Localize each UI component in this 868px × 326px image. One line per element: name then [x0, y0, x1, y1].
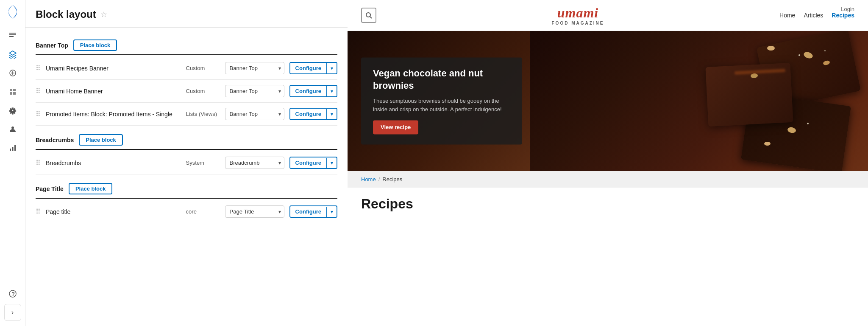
configure-label[interactable]: Configure	[290, 63, 326, 73]
preview-nav: umami FOOD MAGAZINE Home Articles Recipe…	[348, 0, 868, 31]
configure-dropdown-arrow[interactable]: ▾	[326, 207, 337, 217]
configure-label[interactable]: Configure	[290, 157, 326, 168]
breadcrumbs-header: Breadcrumbs Place block	[36, 129, 337, 149]
drag-handle-icon[interactable]: ⠿	[36, 159, 41, 167]
region-select-wrapper-2: Banner Top Breadcrumb Page Title	[225, 108, 284, 120]
banner-top-header: Banner Top Place block	[36, 34, 337, 54]
view-recipe-button[interactable]: View recipe	[373, 121, 418, 135]
sidebar-item-components[interactable]	[4, 83, 21, 100]
sidebar-item-content[interactable]	[4, 27, 21, 44]
region-select-breadcrumbs[interactable]: Breadcrumb Banner Top Page Title	[225, 157, 284, 169]
region-select-page-title[interactable]: Page Title Banner Top Breadcrumb	[225, 205, 284, 218]
configure-dropdown-arrow[interactable]: ▾	[326, 109, 337, 119]
preview-logo-text: umami	[557, 5, 598, 21]
sidebar-item-extend[interactable]	[4, 65, 21, 82]
page-title-divider	[36, 198, 337, 199]
configure-dropdown-arrow[interactable]: ▾	[326, 63, 337, 73]
banner-top-divider	[36, 54, 337, 55]
block-name-umami-home-banner: Umami Home Banner	[46, 88, 181, 95]
table-row: ⠿ Umami Recipes Banner Custom Banner Top…	[36, 57, 337, 80]
configure-button-breadcrumbs[interactable]: Configure ▾	[289, 157, 337, 169]
page-title-heading: Block layout	[36, 8, 96, 20]
sidebar-item-reports[interactable]	[4, 139, 21, 156]
block-type-page-title: core	[186, 208, 220, 215]
configure-label[interactable]: Configure	[290, 206, 326, 217]
region-select-wrapper-1: Banner Top Breadcrumb Page Title	[225, 85, 284, 97]
breadcrumbs-divider	[36, 149, 337, 150]
breadcrumbs-section: Breadcrumbs Place block ⠿ Breadcrumbs Sy…	[36, 129, 337, 174]
preview-hero-banner: Vegan chocolate and nut brownies These s…	[348, 31, 868, 171]
preview-page-title: Recipes	[348, 188, 868, 215]
block-name-promoted-items: Promoted Items: Block: Promoted Items - …	[46, 111, 181, 118]
sidebar-item-layers[interactable]	[4, 46, 21, 63]
table-row: ⠿ Promoted Items: Block: Promoted Items …	[36, 103, 337, 126]
page-title-section: Page Title Place block ⠿ Page title core…	[36, 178, 337, 223]
svg-rect-8	[12, 147, 13, 151]
left-panel-content: Banner Top Place block ⠿ Umami Recipes B…	[25, 28, 348, 326]
left-panel: Block layout ☆ Banner Top Place block ⠿ …	[25, 0, 348, 326]
table-row: ⠿ Umami Home Banner Custom Banner Top Br…	[36, 80, 337, 103]
drag-handle-icon[interactable]: ⠿	[36, 208, 41, 216]
sidebar-logo	[6, 5, 19, 19]
page-title-section-title: Page Title	[36, 185, 64, 192]
configure-dropdown-arrow[interactable]: ▾	[326, 86, 337, 96]
region-select-wrapper-bc: Breadcrumb Banner Top Page Title	[225, 157, 284, 169]
breadcrumb-separator: /	[378, 176, 380, 183]
configure-dropdown-arrow[interactable]: ▾	[326, 158, 337, 168]
right-panel-preview: Login umami FOOD MAGAZINE Home Articles …	[348, 0, 868, 326]
svg-rect-2	[9, 36, 14, 37]
drag-handle-icon[interactable]: ⠿	[36, 110, 41, 118]
drag-handle-icon[interactable]: ⠿	[36, 87, 41, 95]
sidebar: ? ›	[0, 0, 25, 326]
region-select-umami-home-banner[interactable]: Banner Top Breadcrumb Page Title	[225, 85, 284, 97]
region-select-promoted-items[interactable]: Banner Top Breadcrumb Page Title	[225, 108, 284, 120]
nav-link-home[interactable]: Home	[779, 12, 795, 19]
block-type-promoted-items: Lists (Views)	[186, 111, 220, 117]
configure-button-umami-home-banner[interactable]: Configure ▾	[289, 85, 337, 97]
configure-label[interactable]: Configure	[290, 86, 326, 96]
breadcrumb-home-link[interactable]: Home	[361, 176, 376, 183]
svg-text:?: ?	[11, 291, 15, 297]
block-name-breadcrumbs: Breadcrumbs	[46, 160, 181, 166]
configure-button-umami-recipes-banner[interactable]: Configure ▾	[289, 62, 337, 74]
sidebar-item-help[interactable]: ?	[4, 285, 21, 302]
region-select-umami-recipes-banner[interactable]: Banner Top Breadcrumb Page Title	[225, 62, 284, 74]
nav-link-articles[interactable]: Articles	[804, 12, 823, 19]
favorite-icon[interactable]: ☆	[100, 10, 107, 19]
page-title-place-block-button[interactable]: Place block	[69, 183, 113, 194]
banner-top-section: Banner Top Place block ⠿ Umami Recipes B…	[36, 34, 337, 126]
preview-logo: umami FOOD MAGAZINE	[552, 5, 604, 25]
preview-nav-top: Login umami FOOD MAGAZINE Home Articles …	[348, 0, 868, 31]
region-select-wrapper-0: Banner Top Breadcrumb Page Title	[225, 62, 284, 74]
configure-button-promoted-items[interactable]: Configure ▾	[289, 108, 337, 120]
drag-handle-icon[interactable]: ⠿	[36, 64, 41, 72]
preview-nav-links: Home Articles Recipes	[779, 12, 854, 19]
breadcrumbs-place-block-button[interactable]: Place block	[79, 134, 123, 146]
preview-breadcrumb-bar: Home / Recipes	[348, 171, 868, 188]
block-name-page-title: Page title	[46, 208, 181, 215]
nav-link-recipes[interactable]: Recipes	[832, 12, 854, 19]
svg-rect-0	[9, 33, 16, 34]
svg-point-6	[11, 126, 14, 129]
svg-line-13	[370, 17, 372, 18]
svg-point-12	[366, 13, 370, 17]
breadcrumb-current-page: Recipes	[382, 176, 402, 183]
hero-title: Vegan chocolate and nut brownies	[373, 67, 510, 92]
login-link[interactable]: Login	[841, 6, 854, 12]
block-type-umami-home-banner: Custom	[186, 88, 220, 94]
configure-label[interactable]: Configure	[290, 109, 326, 119]
preview-logo-sub: FOOD MAGAZINE	[552, 21, 604, 25]
sidebar-expand-button[interactable]: ›	[4, 304, 21, 321]
region-select-wrapper-pt: Page Title Banner Top Breadcrumb	[225, 205, 284, 218]
preview-search-button[interactable]	[361, 8, 376, 23]
svg-rect-9	[14, 145, 16, 151]
banner-top-place-block-button[interactable]: Place block	[73, 39, 117, 51]
sidebar-item-user[interactable]	[4, 121, 21, 138]
hero-image	[530, 31, 868, 171]
block-name-umami-recipes-banner: Umami Recipes Banner	[46, 65, 181, 72]
svg-rect-1	[9, 34, 16, 35]
block-type-umami-recipes-banner: Custom	[186, 65, 220, 71]
sidebar-item-settings[interactable]	[4, 102, 21, 119]
configure-button-page-title[interactable]: Configure ▾	[289, 205, 337, 218]
banner-top-title: Banner Top	[36, 42, 68, 49]
